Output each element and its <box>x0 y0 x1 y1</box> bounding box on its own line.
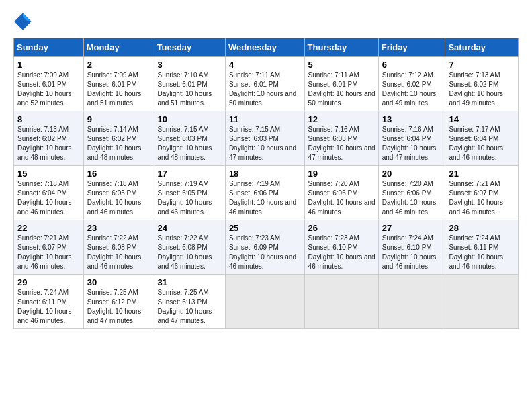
day-number: 22 <box>17 223 81 233</box>
calendar-cell: 14 Sunrise: 7:17 AMSunset: 6:04 PMDaylig… <box>445 111 519 166</box>
day-number: 15 <box>17 169 81 179</box>
calendar-cell: 31 Sunrise: 7:25 AMSunset: 6:13 PMDaylig… <box>154 275 225 329</box>
calendar-cell: 13 Sunrise: 7:16 AMSunset: 6:04 PMDaylig… <box>378 111 445 166</box>
day-info: Sunrise: 7:16 AMSunset: 6:04 PMDaylight:… <box>382 126 437 161</box>
calendar-cell: 18 Sunrise: 7:19 AMSunset: 6:06 PMDaylig… <box>225 166 304 220</box>
day-info: Sunrise: 7:16 AMSunset: 6:03 PMDaylight:… <box>308 126 375 161</box>
day-number: 5 <box>308 60 375 70</box>
logo-icon <box>13 12 32 31</box>
day-info: Sunrise: 7:15 AMSunset: 6:03 PMDaylight:… <box>229 126 296 161</box>
day-info: Sunrise: 7:21 AMSunset: 6:07 PMDaylight:… <box>449 180 503 216</box>
day-info: Sunrise: 7:21 AMSunset: 6:07 PMDaylight:… <box>17 234 72 270</box>
calendar-cell: 19 Sunrise: 7:20 AMSunset: 6:06 PMDaylig… <box>304 166 378 220</box>
day-number: 10 <box>158 114 222 124</box>
day-info: Sunrise: 7:25 AMSunset: 6:13 PMDaylight:… <box>158 289 212 324</box>
day-number: 1 <box>17 60 81 70</box>
calendar-cell: 28 Sunrise: 7:24 AMSunset: 6:11 PMDaylig… <box>445 220 519 275</box>
calendar-table: SundayMondayTuesdayWednesdayThursdayFrid… <box>13 38 519 329</box>
day-info: Sunrise: 7:19 AMSunset: 6:06 PMDaylight:… <box>229 180 296 216</box>
calendar-cell: 3 Sunrise: 7:10 AMSunset: 6:01 PMDayligh… <box>154 57 225 111</box>
header <box>13 12 519 31</box>
calendar-week-5: 29 Sunrise: 7:24 AMSunset: 6:11 PMDaylig… <box>14 275 519 329</box>
day-number: 8 <box>17 114 81 124</box>
day-number: 14 <box>449 114 515 124</box>
day-info: Sunrise: 7:17 AMSunset: 6:04 PMDaylight:… <box>449 126 503 161</box>
day-number: 4 <box>229 60 302 70</box>
day-info: Sunrise: 7:12 AMSunset: 6:02 PMDaylight:… <box>382 71 437 107</box>
calendar-cell: 12 Sunrise: 7:16 AMSunset: 6:03 PMDaylig… <box>304 111 378 166</box>
calendar-cell: 15 Sunrise: 7:18 AMSunset: 6:04 PMDaylig… <box>14 166 84 220</box>
day-header-saturday: Saturday <box>445 38 519 57</box>
day-info: Sunrise: 7:24 AMSunset: 6:11 PMDaylight:… <box>449 234 503 270</box>
calendar-cell: 5 Sunrise: 7:11 AMSunset: 6:01 PMDayligh… <box>304 57 378 111</box>
day-number: 30 <box>87 277 151 287</box>
calendar-cell: 20 Sunrise: 7:20 AMSunset: 6:06 PMDaylig… <box>378 166 445 220</box>
day-info: Sunrise: 7:20 AMSunset: 6:06 PMDaylight:… <box>382 180 437 216</box>
calendar-cell: 2 Sunrise: 7:09 AMSunset: 6:01 PMDayligh… <box>83 57 154 111</box>
day-info: Sunrise: 7:09 AMSunset: 6:01 PMDaylight:… <box>87 71 142 107</box>
day-number: 11 <box>229 114 302 124</box>
calendar-cell <box>304 275 378 329</box>
day-info: Sunrise: 7:14 AMSunset: 6:02 PMDaylight:… <box>87 126 142 161</box>
day-number: 9 <box>87 114 151 124</box>
calendar-week-1: 1 Sunrise: 7:09 AMSunset: 6:01 PMDayligh… <box>14 57 519 111</box>
day-header-sunday: Sunday <box>14 38 84 57</box>
day-header-thursday: Thursday <box>304 38 378 57</box>
calendar-cell <box>378 275 445 329</box>
day-info: Sunrise: 7:22 AMSunset: 6:08 PMDaylight:… <box>158 234 212 270</box>
day-number: 25 <box>229 223 302 233</box>
day-number: 23 <box>87 223 151 233</box>
day-number: 24 <box>158 223 222 233</box>
day-info: Sunrise: 7:13 AMSunset: 6:02 PMDaylight:… <box>17 126 72 161</box>
logo <box>13 12 35 31</box>
calendar-cell: 22 Sunrise: 7:21 AMSunset: 6:07 PMDaylig… <box>14 220 84 275</box>
day-number: 27 <box>382 223 443 233</box>
day-info: Sunrise: 7:19 AMSunset: 6:05 PMDaylight:… <box>158 180 212 216</box>
day-number: 19 <box>308 169 375 179</box>
day-number: 29 <box>17 277 81 287</box>
day-number: 16 <box>87 169 151 179</box>
calendar-week-4: 22 Sunrise: 7:21 AMSunset: 6:07 PMDaylig… <box>14 220 519 275</box>
calendar-cell: 11 Sunrise: 7:15 AMSunset: 6:03 PMDaylig… <box>225 111 304 166</box>
calendar-cell: 8 Sunrise: 7:13 AMSunset: 6:02 PMDayligh… <box>14 111 84 166</box>
day-number: 17 <box>158 169 222 179</box>
calendar-cell: 10 Sunrise: 7:15 AMSunset: 6:03 PMDaylig… <box>154 111 225 166</box>
day-header-tuesday: Tuesday <box>154 38 225 57</box>
day-header-friday: Friday <box>378 38 445 57</box>
day-info: Sunrise: 7:22 AMSunset: 6:08 PMDaylight:… <box>87 234 142 270</box>
calendar-cell: 1 Sunrise: 7:09 AMSunset: 6:01 PMDayligh… <box>14 57 84 111</box>
calendar-cell: 24 Sunrise: 7:22 AMSunset: 6:08 PMDaylig… <box>154 220 225 275</box>
day-header-wednesday: Wednesday <box>225 38 304 57</box>
calendar-cell: 29 Sunrise: 7:24 AMSunset: 6:11 PMDaylig… <box>14 275 84 329</box>
calendar-cell: 4 Sunrise: 7:11 AMSunset: 6:01 PMDayligh… <box>225 57 304 111</box>
calendar-cell: 17 Sunrise: 7:19 AMSunset: 6:05 PMDaylig… <box>154 166 225 220</box>
day-info: Sunrise: 7:11 AMSunset: 6:01 PMDaylight:… <box>229 71 296 107</box>
day-number: 20 <box>382 169 443 179</box>
day-number: 2 <box>87 60 151 70</box>
day-number: 21 <box>449 169 515 179</box>
day-info: Sunrise: 7:15 AMSunset: 6:03 PMDaylight:… <box>158 126 212 161</box>
calendar-cell: 23 Sunrise: 7:22 AMSunset: 6:08 PMDaylig… <box>83 220 154 275</box>
calendar-week-3: 15 Sunrise: 7:18 AMSunset: 6:04 PMDaylig… <box>14 166 519 220</box>
day-info: Sunrise: 7:24 AMSunset: 6:11 PMDaylight:… <box>17 289 72 324</box>
day-info: Sunrise: 7:09 AMSunset: 6:01 PMDaylight:… <box>17 71 72 107</box>
calendar-cell: 21 Sunrise: 7:21 AMSunset: 6:07 PMDaylig… <box>445 166 519 220</box>
day-info: Sunrise: 7:20 AMSunset: 6:06 PMDaylight:… <box>308 180 375 216</box>
day-number: 18 <box>229 169 302 179</box>
calendar-week-2: 8 Sunrise: 7:13 AMSunset: 6:02 PMDayligh… <box>14 111 519 166</box>
day-info: Sunrise: 7:10 AMSunset: 6:01 PMDaylight:… <box>158 71 212 107</box>
calendar-cell: 26 Sunrise: 7:23 AMSunset: 6:10 PMDaylig… <box>304 220 378 275</box>
day-header-monday: Monday <box>83 38 154 57</box>
day-number: 28 <box>449 223 515 233</box>
day-info: Sunrise: 7:25 AMSunset: 6:12 PMDaylight:… <box>87 289 142 324</box>
day-info: Sunrise: 7:11 AMSunset: 6:01 PMDaylight:… <box>308 71 375 107</box>
day-info: Sunrise: 7:23 AMSunset: 6:10 PMDaylight:… <box>308 234 375 270</box>
day-info: Sunrise: 7:18 AMSunset: 6:05 PMDaylight:… <box>87 180 142 216</box>
calendar-cell: 30 Sunrise: 7:25 AMSunset: 6:12 PMDaylig… <box>83 275 154 329</box>
day-number: 31 <box>158 277 222 287</box>
day-number: 12 <box>308 114 375 124</box>
day-info: Sunrise: 7:13 AMSunset: 6:02 PMDaylight:… <box>449 71 503 107</box>
day-number: 6 <box>382 60 443 70</box>
calendar-cell: 25 Sunrise: 7:23 AMSunset: 6:09 PMDaylig… <box>225 220 304 275</box>
day-info: Sunrise: 7:23 AMSunset: 6:09 PMDaylight:… <box>229 234 296 270</box>
